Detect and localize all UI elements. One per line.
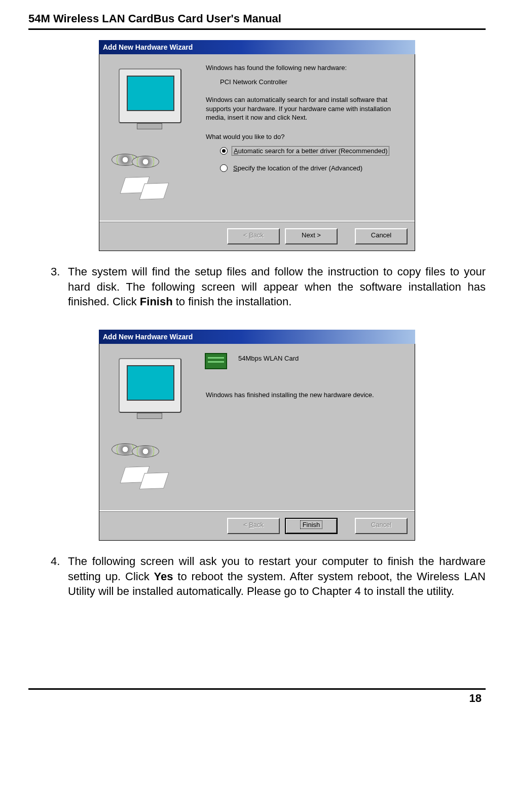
header-rule bbox=[28, 28, 486, 30]
radio-specify-location[interactable]: Specify the location of the driver (Adva… bbox=[220, 164, 407, 172]
radio-auto-label: Automatic search for a better driver (Re… bbox=[232, 146, 389, 156]
back-button[interactable]: < Back bbox=[227, 518, 280, 534]
radio-auto-search[interactable]: Automatic search for a better driver (Re… bbox=[220, 146, 407, 156]
wiz2-finished-text: Windows has finished installing the new … bbox=[206, 391, 407, 400]
wiz1-found-text: Windows has found the following new hard… bbox=[206, 63, 407, 73]
wizard-1: Add New Hardware Wizard Windows has foun… bbox=[99, 40, 415, 251]
wizard-2: Add New Hardware Wizard bbox=[99, 330, 415, 541]
wiz1-auto-text: Windows can automatically search for and… bbox=[206, 95, 407, 122]
doc-title: 54M Wireless LAN CardBus Card User's Man… bbox=[28, 12, 486, 25]
finish-button[interactable]: Finish bbox=[285, 518, 338, 534]
radio-icon bbox=[220, 164, 228, 172]
wizard-2-titlebar: Add New Hardware Wizard bbox=[99, 330, 415, 344]
wiz1-prompt: What would you like to do? bbox=[206, 132, 407, 142]
cancel-button[interactable]: Cancel bbox=[355, 518, 408, 534]
step-4: 4. The following screen will ask you to … bbox=[51, 554, 486, 599]
cancel-button[interactable]: Cancel bbox=[355, 228, 408, 244]
wizard-illustration bbox=[107, 61, 199, 217]
step-text: The system will find the setup files and… bbox=[68, 264, 486, 309]
wizard-2-footer: < Back Finish Cancel bbox=[99, 511, 415, 540]
wiz2-device-name: 54Mbps WLAN Card bbox=[238, 354, 407, 363]
step-number: 3. bbox=[51, 264, 68, 309]
next-button[interactable]: Next > bbox=[285, 228, 338, 244]
wiz1-device-name: PCI Network Controller bbox=[206, 78, 407, 87]
wizard-illustration bbox=[107, 351, 199, 506]
wizard-1-titlebar: Add New Hardware Wizard bbox=[99, 40, 415, 54]
footer-rule bbox=[28, 688, 486, 690]
step-3: 3. The system will find the setup files … bbox=[51, 264, 486, 309]
radio-icon bbox=[220, 147, 228, 155]
back-button[interactable]: < Back bbox=[227, 228, 280, 244]
step-number: 4. bbox=[51, 554, 68, 599]
device-chip-icon bbox=[205, 353, 227, 369]
wizard-1-footer: < Back Next > Cancel bbox=[99, 222, 415, 251]
page-number: 18 bbox=[28, 692, 486, 705]
step-text: The following screen will ask you to res… bbox=[68, 554, 486, 599]
radio-specify-label: Specify the location of the driver (Adva… bbox=[232, 164, 364, 172]
